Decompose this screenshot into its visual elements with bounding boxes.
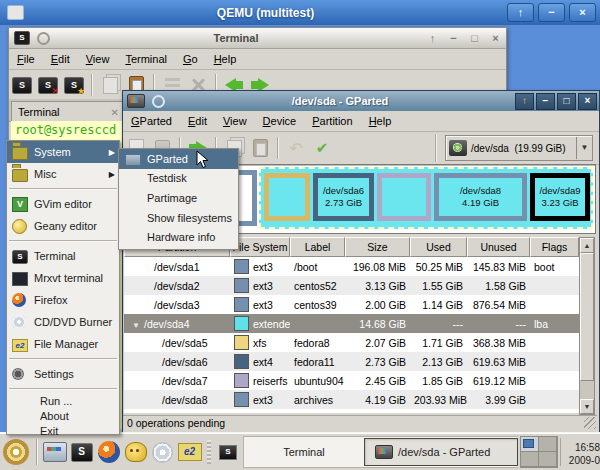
undo-button[interactable]: ↶ (283, 136, 309, 160)
menu-item-geany[interactable]: Geany editor (7, 215, 119, 237)
paste-partition-button[interactable] (247, 136, 273, 160)
partition-box-sda8[interactable]: /dev/sda84.19 GiB (434, 173, 527, 221)
table-row-sda7[interactable]: /dev/sda7 reiserfs ubuntu904 2.45 GiB 1.… (124, 371, 579, 390)
workspace-4[interactable] (539, 452, 556, 466)
start-menu-button[interactable] (3, 439, 29, 465)
task-gparted-active[interactable]: /dev/sda - GParted (364, 438, 518, 466)
qemu-close-button[interactable]: × (569, 3, 596, 22)
workspace-pager[interactable] (520, 436, 558, 468)
menu-item-gvim[interactable]: V GVim editor (7, 193, 119, 215)
scroll-down-icon[interactable]: ▼ (580, 399, 594, 414)
terminal-menu-go[interactable]: Go (175, 51, 206, 67)
workspace-3[interactable] (521, 452, 538, 466)
terminal-tab[interactable]: Terminal ✕ (11, 101, 125, 122)
menu-item-cdburner[interactable]: CD/DVD Burner (7, 311, 119, 333)
table-scrollbar[interactable]: ▲ ▼ (579, 237, 595, 415)
partition-box-sda5[interactable] (264, 173, 310, 221)
close-terminal-button[interactable]: S✕ (35, 73, 61, 97)
partition-box-sda9[interactable]: /dev/sda93.23 GiB (530, 173, 590, 221)
launcher-cdburner[interactable] (149, 439, 176, 466)
sticky-icon[interactable] (152, 95, 165, 108)
gparted-menu-partition[interactable]: Partition (304, 113, 360, 129)
terminal-maximize-button[interactable]: □ (464, 32, 485, 44)
gparted-menu-gparted[interactable]: GParted (123, 113, 180, 129)
launcher-firefox[interactable] (95, 439, 122, 466)
menu-item-system[interactable]: System ▶ (7, 141, 119, 163)
scroll-up-icon[interactable]: ▲ (580, 238, 594, 253)
copy-button[interactable] (97, 73, 123, 97)
menu-item-settings[interactable]: Settings (7, 363, 119, 385)
terminal-restore-button[interactable]: ↑ (422, 32, 443, 44)
submenu-item-gparted[interactable]: GParted (119, 149, 238, 169)
launcher-lamp[interactable] (122, 439, 149, 466)
workspace-2[interactable] (539, 437, 556, 451)
table-row-sda9-partial[interactable] (124, 409, 579, 413)
menu-item-about[interactable]: About (7, 408, 119, 423)
apply-button[interactable]: ✔ (309, 136, 335, 160)
scrollbar-thumb[interactable] (580, 253, 594, 381)
launcher-gparted[interactable] (41, 439, 68, 466)
tray-terminal-icon[interactable]: S (219, 445, 237, 460)
launcher-filemanager[interactable]: e2 (176, 439, 203, 466)
terminal-menu-terminal[interactable]: Terminal (117, 51, 175, 67)
table-row-sda4-selected[interactable]: ▼/dev/sda4 extended 14.68 GiB --- --- lb… (124, 314, 579, 333)
header-size[interactable]: Size (345, 237, 410, 257)
gparted-menu-view[interactable]: View (215, 113, 255, 129)
fs-swatch (234, 413, 249, 414)
table-row-sda1[interactable]: /dev/sda1 ext3 /boot 196.08 MiB 50.25 Mi… (124, 257, 579, 276)
header-used[interactable]: Used (410, 237, 467, 257)
gparted-menu-device[interactable]: Device (255, 113, 305, 129)
clock[interactable]: 16:58 2009-0 (560, 438, 600, 466)
terminal-close-button[interactable]: × (485, 32, 506, 44)
partition-box-sda7[interactable] (377, 173, 431, 221)
qemu-minimize-button[interactable]: − (538, 3, 565, 22)
terminal-menu-help[interactable]: Help (206, 51, 245, 67)
gparted-minimize-button[interactable]: − (536, 93, 555, 110)
submenu-item-partimage[interactable]: Partimage (119, 188, 238, 208)
workspace-1-active[interactable] (521, 437, 538, 451)
launcher-terminal[interactable]: S (68, 439, 95, 466)
header-filesystem[interactable]: File System (230, 237, 290, 257)
gparted-restore-button[interactable]: ↑ (515, 93, 534, 110)
taskbar-handle[interactable] (207, 440, 211, 464)
gparted-maximize-button[interactable]: □ (557, 93, 576, 110)
menu-item-exit[interactable]: Exit (7, 423, 119, 438)
submenu-item-hardware-info[interactable]: Hardware info (119, 227, 238, 247)
resize-grip[interactable] (584, 417, 596, 429)
table-row-sda2[interactable]: /dev/sda2 ext3 centos52 3.13 GiB 1.55 Gi… (124, 276, 579, 295)
header-label[interactable]: Label (290, 237, 345, 257)
menu-item-mrxvt[interactable]: Mrxvt terminal (7, 267, 119, 289)
submenu-item-show-filesystems[interactable]: Show filesystems (119, 208, 238, 228)
partition-box-sda6[interactable]: /dev/sda62.73 GiB (313, 173, 374, 221)
expander-icon[interactable]: ▼ (132, 321, 144, 330)
table-row-sda6[interactable]: /dev/sda6 ext4 fedora11 2.73 GiB 2.13 Gi… (124, 352, 579, 371)
gparted-menu-edit[interactable]: Edit (180, 113, 215, 129)
menu-item-misc[interactable]: Misc ▶ (7, 163, 119, 185)
terminal-menu-view[interactable]: View (78, 51, 118, 67)
terminal-menu-file[interactable]: File (9, 51, 43, 67)
new-terminal-button[interactable]: S (9, 73, 35, 97)
header-flags[interactable]: Flags (530, 237, 579, 257)
device-selector[interactable]: /dev/sda (19.99 GiB) ▼ (445, 135, 593, 161)
submenu-item-testdisk[interactable]: Testdisk (119, 169, 238, 189)
qemu-restore-button[interactable]: ↑ (507, 3, 534, 22)
gparted-close-button[interactable]: × (578, 93, 597, 110)
header-unused[interactable]: Unused (467, 237, 530, 257)
menu-item-firefox[interactable]: Firefox (7, 289, 119, 311)
partition-box-sda4-extended[interactable]: /dev/sda62.73 GiB /dev/sda84.19 GiB /dev… (259, 167, 593, 229)
menu-item-terminal[interactable]: S Terminal (7, 245, 119, 267)
table-row-sda8[interactable]: /dev/sda8 ext3 archives 4.19 GiB 203.93 … (124, 390, 579, 409)
table-row-sda3[interactable]: /dev/sda3 ext3 centos39 2.00 GiB 1.14 Gi… (124, 295, 579, 314)
terminal-minimize-button[interactable]: − (443, 32, 464, 44)
table-row-sda5[interactable]: /dev/sda5 xfs fedora8 2.07 GiB 1.71 GiB … (124, 333, 579, 352)
task-terminal[interactable]: Terminal (244, 439, 364, 465)
device-dropdown-icon[interactable]: ▼ (576, 137, 592, 159)
sticky-icon[interactable] (37, 32, 50, 45)
new-window-button[interactable]: S★ (61, 73, 87, 97)
gparted-titlebar[interactable]: /dev/sda - GParted ↑ − □ × (123, 91, 599, 111)
terminal-menu-edit[interactable]: Edit (43, 51, 78, 67)
terminal-titlebar[interactable]: S Terminal ↑ − □ × (9, 28, 506, 49)
gparted-menu-help[interactable]: Help (361, 113, 400, 129)
menu-item-run[interactable]: Run ... (7, 393, 119, 408)
menu-item-filemanager[interactable]: e2 File Manager (7, 333, 119, 355)
